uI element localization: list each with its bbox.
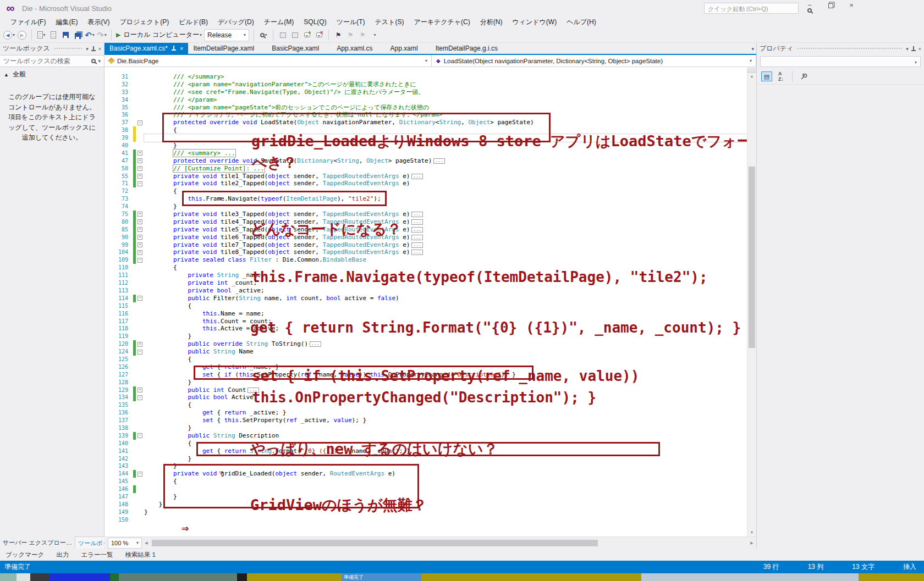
scroll-right-arrow[interactable]: ▶ [747,541,756,545]
collapse-icon[interactable]: − [138,350,142,355]
toolbox-search-input[interactable]: ツールボックスの検索 ▾ [0,55,104,67]
attach-to-process-button[interactable] [278,29,288,41]
fold-gutter[interactable]: + [136,234,144,241]
fold-gutter[interactable]: + [136,226,144,234]
collapse-icon[interactable]: − [138,120,142,125]
pin-icon[interactable] [911,46,916,52]
split-window-handle[interactable] [747,68,756,73]
toolwindow-tab-0[interactable]: サーバー エクスプロー… [0,536,75,549]
close-button[interactable]: × [848,1,855,10]
toolbar-overflow-button[interactable]: ▾ [370,29,380,41]
minimize-button[interactable]: − [806,1,813,10]
menu-item-2[interactable]: 表示(V) [82,16,114,28]
toolbox-section-general[interactable]: ▲ 全般 [0,67,104,82]
fold-gutter[interactable]: − [136,348,144,356]
vertical-scrollbar-thumb[interactable] [749,167,755,348]
open-file-button[interactable] [48,29,58,41]
collapse-icon[interactable]: − [138,433,142,438]
editor-zoom-select[interactable]: 100 % ▾ [108,538,142,549]
configuration-select[interactable]: Release ▾ [204,29,249,41]
collapsed-region[interactable]: /// <summary> ... [173,150,235,157]
menu-item-1[interactable]: 編集(E) [51,16,82,28]
scroll-left-arrow[interactable]: ◀ [142,541,151,545]
expand-icon[interactable]: + [138,227,142,232]
fold-gutter[interactable]: + [136,248,144,256]
panel-tab-2[interactable]: エラー一覧 [81,551,113,559]
expand-icon[interactable]: + [138,250,142,255]
code-editor[interactable]: 31 /// </summary>32 /// <param name="nav… [105,68,747,536]
collapse-icon[interactable]: − [138,296,142,301]
panel-tab-1[interactable]: 出力 [56,551,69,559]
fold-gutter[interactable]: − [136,295,144,302]
expand-icon[interactable]: + [138,235,142,240]
fold-gutter[interactable]: + [136,241,144,249]
quick-launch-input[interactable]: クイック起動 (Ctrl+Q) [704,3,799,14]
fold-gutter[interactable]: − [136,470,144,478]
redo-button[interactable]: ↷▾ [97,29,107,41]
pin-icon[interactable] [91,46,96,52]
pin-icon[interactable] [172,46,176,51]
document-tab-3[interactable]: App.xaml.cs [332,43,377,54]
member-dropdown[interactable]: ◆ LoadState(Object navigationParameter, … [432,55,756,67]
expand-icon[interactable]: + [138,212,142,217]
document-tab-5[interactable]: ItemDetailPage.g.i.cs [431,43,503,54]
collapsed-region-box[interactable]: ... [411,250,422,255]
expand-icon[interactable]: + [138,219,142,224]
find-in-files-button[interactable]: ▾ [258,29,268,41]
toggle-bookmark-button[interactable]: ⚑ [333,29,343,41]
collapse-icon[interactable]: − [138,472,142,477]
type-dropdown[interactable]: Die.BasicPage ▾ [105,55,432,67]
collapsed-region-box[interactable]: ... [411,227,422,233]
fold-gutter[interactable]: + [136,173,144,180]
properties-window-menu-button[interactable]: ▾ [906,46,909,52]
fold-gutter[interactable]: − [136,256,144,264]
expand-icon[interactable]: + [138,151,142,156]
expand-icon[interactable]: + [138,242,142,247]
tab-list-dropdown-button[interactable]: ▾ [751,46,754,52]
collapsed-region-box[interactable]: ... [411,235,422,240]
collapsed-region-box[interactable]: ... [411,219,422,225]
collapse-icon[interactable]: − [138,258,142,263]
save-all-button[interactable] [73,29,82,41]
properties-close-button[interactable]: × [919,46,921,52]
property-pages-button[interactable] [798,71,809,81]
editor-horizontal-scrollbar[interactable] [152,539,746,547]
toolbox-window-menu-button[interactable]: ▾ [86,46,89,52]
fold-gutter[interactable]: − [136,180,144,187]
fold-gutter[interactable]: + [136,386,144,394]
fold-gutter[interactable]: − [136,432,144,440]
start-debug-button[interactable]: ▶ ローカル コンピューター ▾ [116,29,202,41]
document-tab-0[interactable]: BasicPage.xaml.cs*× [105,43,188,54]
menu-item-11[interactable]: 分析(N) [475,16,508,28]
menu-item-9[interactable]: テスト(S) [370,16,409,28]
panel-tab-3[interactable]: 検索結果 1 [125,551,156,559]
navigate-backward-button[interactable]: ◀▾ [3,29,15,41]
menu-item-6[interactable]: チーム(M) [259,16,299,28]
fold-gutter[interactable]: + [136,340,144,348]
scroll-up-arrow[interactable]: ▲ [747,73,756,80]
next-bookmark-button[interactable]: ⚑ [358,29,367,41]
collapse-icon[interactable]: − [138,181,142,186]
expand-icon[interactable]: + [138,174,142,179]
collapsed-region-box[interactable]: ... [411,174,422,179]
remove-comment-button[interactable] [314,29,324,41]
categorized-view-button[interactable]: ▤ [761,71,772,81]
previous-bookmark-button[interactable]: ⚑ [345,29,355,41]
collapsed-region[interactable]: // [Customize Point]: ... [173,165,265,172]
expand-icon[interactable]: + [138,166,142,171]
fold-gutter[interactable]: + [136,157,144,165]
document-tab-4[interactable]: App.xaml [386,43,423,54]
menu-item-3[interactable]: プロジェクト(P) [114,16,174,28]
expand-icon[interactable]: + [138,342,142,347]
collapsed-region-box[interactable]: ... [411,242,422,248]
fold-gutter[interactable]: − [136,394,144,401]
menu-item-7[interactable]: SQL(Q) [299,17,331,27]
toolbox-close-button[interactable]: × [98,46,101,52]
restore-button[interactable] [827,1,834,10]
fold-gutter[interactable]: + [136,211,144,218]
add-comment-button[interactable] [302,29,312,41]
editor-vertical-scrollbar[interactable]: ▲ ▼ [747,68,756,536]
scroll-down-arrow[interactable]: ▼ [747,529,756,536]
close-icon[interactable]: × [180,45,183,52]
document-tab-1[interactable]: ItemDetailPage.xaml [188,43,259,54]
